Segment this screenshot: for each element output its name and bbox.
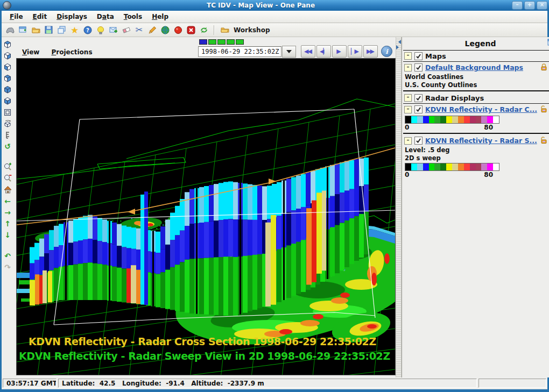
favorite-star-icon[interactable]: ★ [69, 24, 80, 35]
maps-visibility-checkbox[interactable] [414, 52, 423, 60]
map-3d-canvas[interactable]: KDVN Reflectivity - Radar Cross Section … [16, 58, 396, 375]
view-cube-bottom-icon[interactable] [2, 96, 13, 106]
menu-view[interactable]: View [18, 48, 44, 56]
legend-title: Legend [403, 39, 549, 48]
title-bar[interactable]: TC IDV - Map View - One Pane – + × [0, 0, 549, 11]
collapse-left-icon[interactable] [396, 40, 401, 44]
idv-logo-icon [3, 1, 11, 10]
view-2d-icon[interactable] [2, 107, 13, 117]
open-folder-icon[interactable] [30, 24, 41, 35]
collapse-radar-button[interactable]: – [404, 94, 412, 102]
collapse-right-icon[interactable] [396, 45, 401, 49]
cross-section-label: KDVN Reflectivity - Radar Cross Section … [29, 336, 376, 347]
pan-left-icon[interactable]: ← [2, 196, 13, 206]
radar-cross-section-link[interactable]: KDVN Reflectivity - Radar C... [425, 105, 537, 113]
rotate-view-icon[interactable] [2, 118, 13, 129]
redo-icon[interactable]: ↷ [2, 262, 13, 272]
item-checkbox[interactable] [414, 105, 423, 113]
menu-bar: File Edit Displays Data Tools Help [2, 11, 547, 23]
view-cube-back-icon[interactable] [2, 73, 13, 83]
legend-splitter[interactable] [396, 37, 402, 377]
menu-tools[interactable]: Tools [119, 12, 147, 21]
play-button[interactable]: ▶ [332, 45, 347, 58]
time-field[interactable]: 1998-06-29 22:35:02Z [198, 46, 281, 57]
step-back-button[interactable]: ◀▏ [316, 45, 331, 58]
map-item-link[interactable]: Default Background Maps [425, 63, 537, 72]
collapse-item-button[interactable]: – [404, 137, 412, 145]
item-checkbox[interactable] [414, 137, 423, 145]
home-icon[interactable] [2, 184, 13, 195]
view-cube-top-icon[interactable] [2, 39, 13, 49]
reflectivity-colorbar[interactable] [405, 116, 499, 124]
workshop-label[interactable]: Workshop [234, 26, 270, 34]
radar-sweep-link[interactable]: KDVN Reflectivity - Radar S... [425, 137, 537, 145]
radar-cross-section-row: – KDVN Reflectivity - Radar C... [403, 104, 549, 115]
map-3d-scene [17, 59, 395, 375]
status-bar: 03:57:17 GMT Latitude: 42.5 Longitude: -… [2, 377, 547, 389]
menu-displays[interactable]: Displays [52, 12, 92, 21]
new-window-icon[interactable] [17, 24, 29, 35]
undo-icon[interactable]: ↶ [2, 251, 13, 261]
maps-category-row: – Maps [403, 51, 549, 62]
console-icon[interactable] [4, 24, 16, 35]
copy-icon[interactable] [56, 24, 67, 35]
reflectivity-colorbar[interactable] [405, 163, 499, 171]
unlock-icon[interactable] [540, 136, 548, 146]
legend-header: Legend [403, 38, 549, 51]
map-display-row: – Default Background Maps [403, 62, 549, 73]
view-cube-left-icon[interactable] [2, 62, 13, 72]
workshop-folder-icon[interactable] [219, 24, 230, 35]
minimize-button[interactable]: – [512, 1, 523, 10]
time-dropdown-button[interactable] [282, 46, 296, 58]
lock-icon[interactable] [540, 63, 548, 73]
menu-file[interactable]: File [5, 12, 28, 21]
edit-pencil-icon[interactable] [146, 24, 158, 35]
maximize-button[interactable]: + [524, 1, 535, 10]
map-item-checkbox[interactable] [414, 63, 423, 72]
view-cube-right-icon[interactable] [2, 51, 13, 61]
message-display [478, 379, 546, 388]
radar-visibility-checkbox[interactable] [414, 94, 423, 102]
globe-icon[interactable] [159, 24, 171, 35]
record-icon[interactable] [172, 24, 184, 35]
pan-right-icon[interactable]: → [2, 207, 13, 217]
menu-edit[interactable]: Edit [28, 12, 52, 21]
help-icon[interactable]: ? [82, 24, 93, 35]
eraser-icon[interactable] [121, 24, 132, 35]
pan-up-icon[interactable]: ↑ [2, 218, 13, 229]
radar-category-label: Radar Displays [425, 94, 484, 102]
refresh-icon[interactable] [198, 24, 209, 35]
view-cube-front-icon[interactable] [2, 84, 13, 95]
legend-divider [403, 133, 549, 134]
collapse-map-item-button[interactable]: – [404, 64, 412, 72]
colorbar-labels: 0 80 [405, 171, 499, 179]
reset-projection-icon[interactable]: ↺ [2, 141, 13, 151]
collapse-item-button[interactable]: – [404, 106, 412, 113]
animation-control: 1998-06-29 22:35:02Z ◀◀ ◀▏ ▶ ▏▶ ▶▶ i [198, 39, 392, 58]
cut-scissors-icon[interactable]: ✂ [133, 24, 145, 35]
vertical-scale-icon[interactable] [2, 130, 13, 140]
zoom-out-icon[interactable] [2, 173, 13, 183]
save-icon[interactable] [43, 24, 54, 35]
svg-text:?: ? [86, 27, 89, 33]
fast-forward-button[interactable]: ▶▶ [363, 45, 378, 58]
send-mail-icon[interactable] [108, 24, 119, 35]
rewind-button[interactable]: ◀◀ [301, 45, 315, 58]
close-button[interactable]: × [537, 1, 547, 10]
unlock-icon[interactable] [540, 105, 548, 115]
sweep-mode-line: 2D s weep [403, 154, 549, 162]
tip-bulb-icon[interactable] [95, 24, 106, 35]
step-forward-button[interactable]: ▏▶ [348, 45, 362, 58]
menu-data[interactable]: Data [92, 12, 119, 21]
time-step-boxes[interactable] [199, 39, 244, 45]
toolbar-separator [214, 25, 215, 35]
delete-icon[interactable] [185, 24, 196, 35]
content-area: ↺ ← → ↑ ↓ ↶ ↷ View Projections [2, 37, 547, 377]
idv-window: TC IDV - Map View - One Pane – + × File … [0, 0, 549, 392]
menu-help[interactable]: Help [147, 12, 173, 21]
menu-projections[interactable]: Projections [47, 48, 96, 56]
animation-properties-button[interactable]: i [381, 46, 392, 57]
pan-down-icon[interactable]: ↓ [2, 230, 13, 240]
zoom-in-icon[interactable] [2, 162, 13, 172]
collapse-maps-button[interactable]: – [404, 52, 412, 60]
